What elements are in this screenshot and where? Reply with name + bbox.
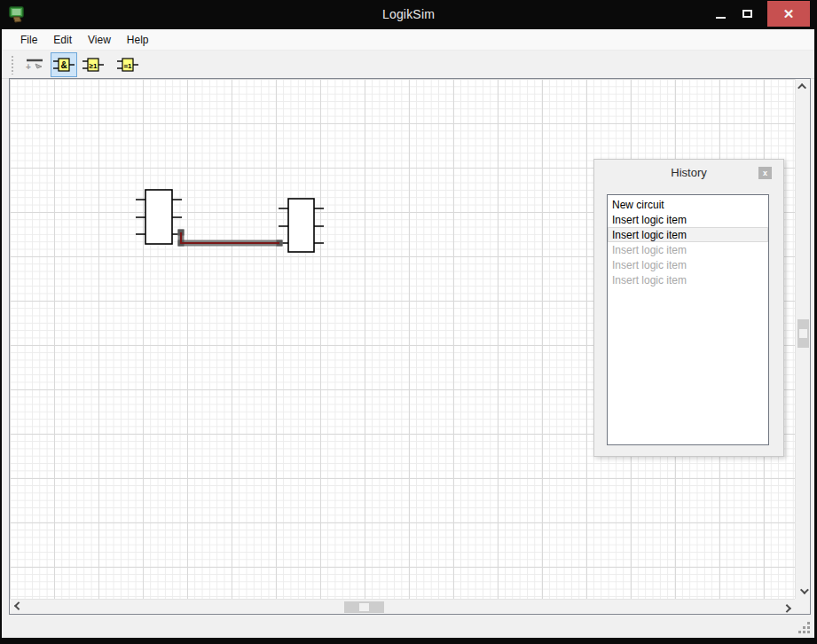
history-item[interactable]: Insert logic item (608, 242, 768, 257)
toolbar: + & ≥1 (2, 51, 814, 79)
svg-text:+: + (26, 62, 31, 72)
window-controls: ✕ (707, 0, 810, 27)
thumb-grip (799, 329, 807, 338)
svg-text:&: & (60, 60, 67, 70)
menu-help[interactable]: Help (119, 30, 157, 50)
chevron-right-icon (782, 604, 791, 613)
menubar: File Edit View Help (2, 29, 814, 51)
vertical-scrollbar[interactable] (795, 79, 810, 599)
and-gate-tool-button[interactable]: & (51, 52, 77, 77)
history-list[interactable]: New circuitInsert logic itemInsert logic… (607, 194, 769, 445)
close-icon: ✕ (783, 6, 795, 22)
history-item[interactable]: Insert logic item (608, 272, 768, 287)
toolbar-drag-handle-icon[interactable] (11, 55, 14, 75)
history-item[interactable]: New circuit (608, 197, 768, 212)
app-window: LogikSim ✕ File Edit View Help + (0, 0, 817, 644)
chevron-down-icon (800, 585, 809, 594)
history-panel-title: History (594, 166, 783, 179)
wire[interactable] (178, 230, 283, 247)
menu-edit[interactable]: Edit (45, 30, 80, 50)
scroll-right-button[interactable] (781, 600, 796, 615)
close-button[interactable]: ✕ (767, 1, 810, 27)
thumb-grip (359, 603, 369, 611)
maximize-icon (742, 10, 752, 18)
history-panel-close-button[interactable]: x (758, 167, 772, 179)
logic-gate[interactable] (136, 190, 182, 244)
or-gate-tool-button[interactable]: ≥1 (80, 52, 106, 77)
scrollbar-corner (795, 599, 810, 614)
and-gate-icon: & (53, 57, 75, 73)
wire-tool-icon: + (24, 57, 45, 73)
scroll-down-button[interactable] (796, 584, 811, 599)
menu-view[interactable]: View (80, 30, 119, 50)
close-icon: x (763, 169, 767, 177)
svg-text:=1: =1 (123, 62, 132, 70)
chevron-up-icon (797, 83, 806, 92)
chevron-left-icon (14, 601, 23, 610)
scroll-left-button[interactable] (10, 600, 25, 615)
history-item[interactable]: Insert logic item (608, 257, 768, 272)
scroll-up-button[interactable] (796, 79, 811, 94)
horizontal-scrollbar[interactable] (10, 599, 796, 614)
history-item[interactable]: Insert logic item (608, 212, 768, 227)
wire-tool-button[interactable]: + (21, 52, 48, 77)
minimize-button[interactable] (707, 1, 734, 27)
vertical-scrollbar-thumb[interactable] (797, 319, 809, 348)
xor-gate-icon: =1 (117, 57, 138, 73)
or-gate-icon: ≥1 (82, 57, 104, 73)
history-panel: History x New circuitInsert logic itemIn… (593, 159, 784, 457)
logic-gate[interactable] (279, 199, 324, 252)
resize-grip-icon[interactable] (798, 622, 811, 634)
svg-text:≥1: ≥1 (90, 62, 98, 70)
statusbar (2, 616, 814, 638)
menu-file[interactable]: File (12, 30, 45, 50)
window-title: LogikSim (0, 7, 817, 21)
titlebar: LogikSim ✕ (0, 0, 817, 29)
history-item[interactable]: Insert logic item (608, 227, 768, 242)
maximize-button[interactable] (734, 1, 760, 27)
minimize-icon (716, 17, 726, 19)
horizontal-scrollbar-thumb[interactable] (344, 601, 384, 613)
xor-gate-tool-button[interactable]: =1 (114, 52, 141, 77)
